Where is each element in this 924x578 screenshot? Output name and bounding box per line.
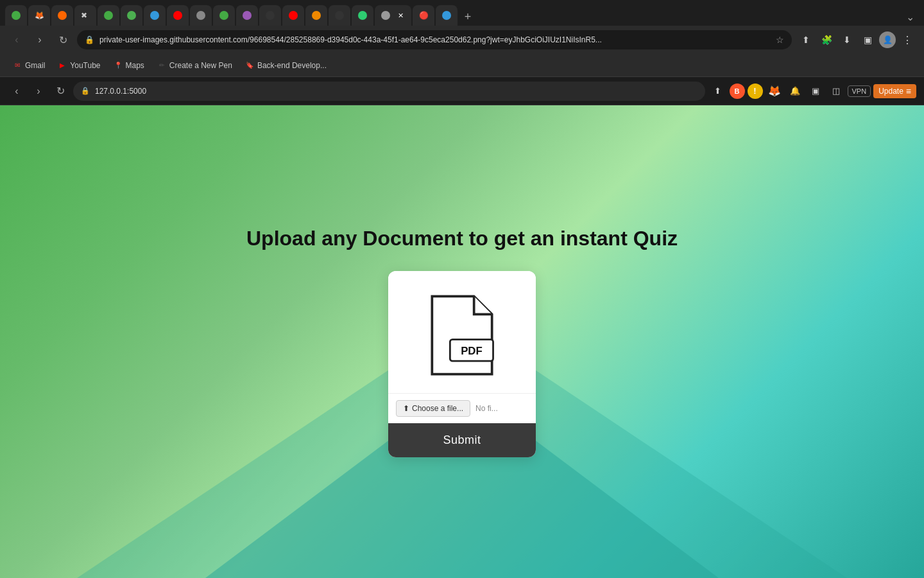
brave-address-text: 127.0.0.1:5000: [95, 87, 697, 96]
page-title: Upload any Document to get an instant Qu…: [246, 227, 678, 250]
tab-17-active[interactable]: ✕: [375, 5, 411, 26]
address-text: private-user-images.githubusercontent.co…: [99, 35, 771, 44]
tab-15[interactable]: [329, 5, 350, 26]
brave-shield-icon[interactable]: B: [730, 83, 745, 99]
bookmark-youtube[interactable]: ▶ YouTube: [53, 57, 105, 74]
gmail-favicon: ✉: [13, 61, 22, 70]
tab-18[interactable]: 🔴: [413, 5, 434, 26]
maps-favicon: 📍: [114, 61, 123, 70]
security-icon: 🔒: [85, 35, 94, 44]
upload-icon: ⬆: [403, 404, 409, 413]
tab-12[interactable]: [259, 5, 281, 26]
back-button[interactable]: ‹: [8, 31, 26, 49]
download-icon[interactable]: ⬇: [838, 31, 856, 49]
bookmark-backend-label: Back-end Develop...: [257, 61, 327, 70]
brave-fox-icon[interactable]: 🦊: [766, 82, 783, 100]
tab-7[interactable]: [144, 5, 166, 26]
tab-8[interactable]: [167, 5, 189, 26]
sidebar-icon[interactable]: ▣: [859, 31, 877, 49]
profile-icon[interactable]: 👤: [879, 31, 896, 48]
update-label: Update: [878, 87, 903, 96]
menu-icon[interactable]: ⋮: [898, 31, 916, 49]
bookmark-maps-label: Maps: [126, 61, 144, 70]
file-input-row: ⬆ Choose a file... No fi...: [388, 393, 536, 423]
bookmark-gmail[interactable]: ✉ Gmail: [8, 57, 50, 74]
tab-bar: 🦊 ✖ ✕ 🔴 + ⌄: [0, 0, 924, 26]
bookmark-youtube-label: YouTube: [70, 61, 100, 70]
address-bar[interactable]: 🔒 private-user-images.githubusercontent.…: [77, 30, 792, 49]
brave-share-icon[interactable]: ⬆: [709, 82, 727, 100]
bookmark-star-icon[interactable]: ☆: [776, 35, 784, 45]
tab-14[interactable]: [305, 5, 327, 26]
submit-button[interactable]: Submit: [388, 423, 536, 457]
pdf-text: PDF: [461, 344, 483, 356]
tab-chevron-icon[interactable]: ⌄: [901, 8, 919, 26]
brave-back-button[interactable]: ‹: [8, 82, 26, 100]
forward-button[interactable]: ›: [31, 31, 49, 49]
nav-bar: ‹ › ↻ 🔒 private-user-images.githubuserco…: [0, 26, 924, 54]
pdf-icon: PDF: [420, 290, 504, 380]
nav-icons: ⬆ 🧩 ⬇ ▣ 👤 ⋮: [797, 31, 916, 49]
update-menu-icon: ≡: [906, 86, 911, 96]
tab-2[interactable]: 🦊: [28, 5, 50, 26]
choose-file-label: Choose a file...: [412, 404, 463, 413]
tab-1[interactable]: [5, 5, 27, 26]
extensions-icon[interactable]: 🧩: [817, 31, 835, 49]
tab-5[interactable]: [98, 5, 119, 26]
bookmarks-bar: ✉ Gmail ▶ YouTube 📍 Maps ✏ Create a New …: [0, 54, 924, 77]
bookmark-backend[interactable]: 🔖 Back-end Develop...: [240, 57, 332, 74]
card-icon-area: PDF: [388, 271, 536, 393]
tab-11[interactable]: [236, 5, 258, 26]
tab-9[interactable]: [190, 5, 212, 26]
bookmark-codepen[interactable]: ✏ Create a New Pen: [152, 57, 237, 74]
tab-10[interactable]: [213, 5, 235, 26]
brave-warning-icon[interactable]: !: [748, 83, 763, 99]
no-file-text: No fi...: [475, 404, 498, 413]
tab-3[interactable]: [51, 5, 73, 26]
update-badge[interactable]: Update ≡: [873, 84, 916, 98]
brave-right-icons: ⬆ B ! 🦊 🔔 ▣ ◫ VPN Update ≡: [709, 82, 917, 100]
main-content: Upload any Document to get an instant Qu…: [0, 105, 924, 578]
upload-card: PDF ⬆ Choose a file... No fi... Submit: [388, 271, 536, 457]
brave-address-bar[interactable]: 🔒 127.0.0.1:5000: [73, 82, 705, 101]
backend-favicon: 🔖: [245, 61, 254, 70]
reload-button[interactable]: ↻: [54, 31, 72, 49]
choose-file-button[interactable]: ⬆ Choose a file...: [396, 400, 470, 417]
brave-extension-icon[interactable]: 🔔: [786, 82, 804, 100]
bookmark-codepen-label: Create a New Pen: [169, 61, 232, 70]
tab-16[interactable]: [352, 5, 373, 26]
codepen-favicon: ✏: [157, 61, 166, 70]
brave-forward-button[interactable]: ›: [30, 82, 47, 100]
tab-6[interactable]: [121, 5, 142, 26]
tab-13[interactable]: [282, 5, 304, 26]
tab-close-icon[interactable]: ✕: [396, 11, 405, 20]
brave-lock-icon: 🔒: [81, 87, 90, 95]
bookmark-gmail-label: Gmail: [25, 61, 45, 70]
vpn-badge[interactable]: VPN: [848, 85, 871, 97]
tab-4[interactable]: ✖: [74, 5, 96, 26]
brave-reload-button[interactable]: ↻: [51, 82, 69, 100]
new-tab-button[interactable]: +: [459, 8, 477, 26]
tab-19[interactable]: [436, 5, 458, 26]
brave-secondary-bar: ‹ › ↻ 🔒 127.0.0.1:5000 ⬆ B ! 🦊 🔔 ▣ ◫ VPN…: [0, 77, 924, 105]
share-icon[interactable]: ⬆: [797, 31, 815, 49]
brave-sidebar-toggle[interactable]: ▣: [807, 82, 825, 100]
card-bottom: ⬆ Choose a file... No fi... Submit: [388, 393, 536, 457]
brave-wallet-icon[interactable]: ◫: [827, 82, 845, 100]
bookmark-maps[interactable]: 📍 Maps: [108, 57, 150, 74]
youtube-favicon: ▶: [58, 61, 67, 70]
